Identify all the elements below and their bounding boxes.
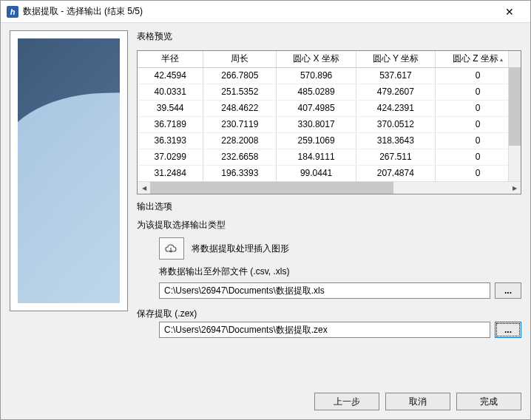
- save-path-row: ...: [159, 322, 521, 338]
- cloud-icon: [164, 243, 179, 254]
- save-path-input[interactable]: [159, 322, 490, 338]
- table-cell: 36.7189: [138, 116, 203, 132]
- output-section-label: 输出选项: [137, 200, 521, 213]
- table-cell: 36.3193: [138, 132, 203, 149]
- table-cell: 207.4874: [356, 165, 435, 181]
- table-cell: 39.544: [138, 100, 203, 116]
- table-row[interactable]: 31.2484196.339399.0441207.48740: [138, 165, 521, 181]
- table-cell: 318.3643: [356, 132, 435, 149]
- save-label: 保存提取 (.zex): [137, 308, 521, 320]
- col-label: 半径: [161, 53, 179, 64]
- window-title: 数据提取 - 选择输出 (结束 5/5): [23, 5, 495, 18]
- back-button[interactable]: 上一步: [314, 393, 379, 410]
- table-cell: 230.7119: [203, 116, 277, 132]
- table-row[interactable]: 42.4594266.7805570.896537.6170: [138, 67, 521, 84]
- col-center-y[interactable]: 圆心 Y 坐标: [356, 51, 435, 67]
- insert-label: 将数据提取处理插入图形: [192, 243, 289, 255]
- export-path-input[interactable]: [159, 282, 490, 299]
- table-cell: 479.2607: [356, 84, 435, 100]
- table-cell: 485.0289: [277, 84, 356, 100]
- table-cell: 196.3393: [203, 165, 277, 181]
- dialog-window: h 数据提取 - 选择输出 (结束 5/5) ✕ 表格预览 半径 周长: [0, 0, 531, 420]
- table-container: 半径 周长 圆心 X 坐标 圆心 Y 坐标 圆心 Z 坐标▴ 42.459426…: [137, 50, 521, 194]
- export-browse-button[interactable]: ...: [495, 282, 521, 299]
- save-browse-button[interactable]: ...: [495, 322, 521, 338]
- col-label: 圆心 Z 坐标: [453, 53, 498, 64]
- right-pane: 表格预览 半径 周长 圆心 X 坐标 圆心 Y 坐标 圆心 Z 坐标▴: [137, 30, 521, 381]
- save-section: 保存提取 (.zex) ...: [137, 308, 521, 338]
- preview-pane: [10, 30, 128, 381]
- export-path-row: ...: [159, 282, 521, 299]
- scroll-right-icon[interactable]: ▶: [508, 182, 521, 194]
- table-cell: 266.7805: [203, 67, 277, 84]
- table-cell: 570.896: [277, 67, 356, 84]
- col-radius[interactable]: 半径: [138, 51, 203, 67]
- table-cell: 31.2484: [138, 165, 203, 181]
- col-center-x[interactable]: 圆心 X 坐标: [277, 51, 356, 67]
- table-cell: 42.4594: [138, 67, 203, 84]
- col-label: 圆心 X 坐标: [293, 53, 339, 64]
- table-cell: 370.0512: [356, 116, 435, 132]
- table-row[interactable]: 39.544248.4622407.4985424.23910: [138, 100, 521, 116]
- app-icon: h: [7, 6, 18, 18]
- col-perimeter[interactable]: 周长: [203, 51, 277, 67]
- col-label: 圆心 Y 坐标: [373, 53, 419, 64]
- cancel-button[interactable]: 取消: [385, 393, 450, 410]
- table-row[interactable]: 37.0299232.6658184.9111267.5110: [138, 149, 521, 165]
- content-area: 表格预览 半径 周长 圆心 X 坐标 圆心 Y 坐标 圆心 Z 坐标▴: [1, 23, 530, 387]
- finish-button[interactable]: 完成: [456, 393, 521, 410]
- col-label: 周长: [231, 53, 248, 64]
- table-row[interactable]: 40.0331251.5352485.0289479.26070: [138, 84, 521, 100]
- scroll-left-icon[interactable]: ◀: [138, 182, 150, 194]
- table-cell: 232.6658: [203, 149, 277, 165]
- table-cell: 228.2008: [203, 132, 277, 149]
- preview-image: [18, 38, 120, 303]
- horizontal-scrollbar[interactable]: ◀ ▶: [138, 181, 521, 194]
- table-cell: 407.4985: [277, 100, 356, 116]
- table-cell: 184.9111: [277, 149, 356, 165]
- horizontal-scrollbar-thumb[interactable]: [150, 182, 393, 194]
- table-cell: 330.8017: [277, 116, 356, 132]
- table-cell: 251.5352: [203, 84, 277, 100]
- vertical-scrollbar[interactable]: [508, 51, 521, 181]
- table-cell: 37.0299: [138, 149, 203, 165]
- output-options: 输出选项 为该提取选择输出类型 将数据提取处理插入图形 将数据输出至外部文件 (…: [137, 200, 521, 299]
- table-cell: 424.2391: [356, 100, 435, 116]
- table-cell: 537.617: [356, 67, 435, 84]
- insert-into-drawing-button[interactable]: [159, 237, 184, 260]
- table-preview-label: 表格预览: [137, 30, 521, 43]
- output-type-label: 为该提取选择输出类型: [137, 219, 521, 231]
- data-table: 半径 周长 圆心 X 坐标 圆心 Y 坐标 圆心 Z 坐标▴ 42.459426…: [138, 51, 521, 181]
- table-cell: 267.511: [356, 149, 435, 165]
- vertical-scrollbar-thumb[interactable]: [509, 67, 521, 146]
- titlebar: h 数据提取 - 选择输出 (结束 5/5) ✕: [1, 1, 530, 23]
- table-cell: 248.4622: [203, 100, 277, 116]
- table-scroll[interactable]: 半径 周长 圆心 X 坐标 圆心 Y 坐标 圆心 Z 坐标▴ 42.459426…: [138, 51, 521, 181]
- table-cell: 40.0331: [138, 84, 203, 100]
- footer: 上一步 取消 完成: [1, 387, 530, 419]
- insert-row: 将数据提取处理插入图形: [159, 237, 521, 260]
- table-cell: 259.1069: [277, 132, 356, 149]
- table-cell: 99.0441: [277, 165, 356, 181]
- close-button[interactable]: ✕: [495, 1, 524, 22]
- table-row[interactable]: 36.3193228.2008259.1069318.36430: [138, 132, 521, 149]
- sort-icon: ▴: [500, 56, 503, 63]
- horizontal-scrollbar-track[interactable]: [150, 182, 508, 194]
- table-header-row: 半径 周长 圆心 X 坐标 圆心 Y 坐标 圆心 Z 坐标▴: [138, 51, 521, 67]
- export-label: 将数据输出至外部文件 (.csv, .xls): [159, 265, 521, 278]
- table-row[interactable]: 36.7189230.7119330.8017370.05120: [138, 116, 521, 132]
- close-icon: ✕: [505, 6, 514, 18]
- preview-frame: [10, 30, 128, 311]
